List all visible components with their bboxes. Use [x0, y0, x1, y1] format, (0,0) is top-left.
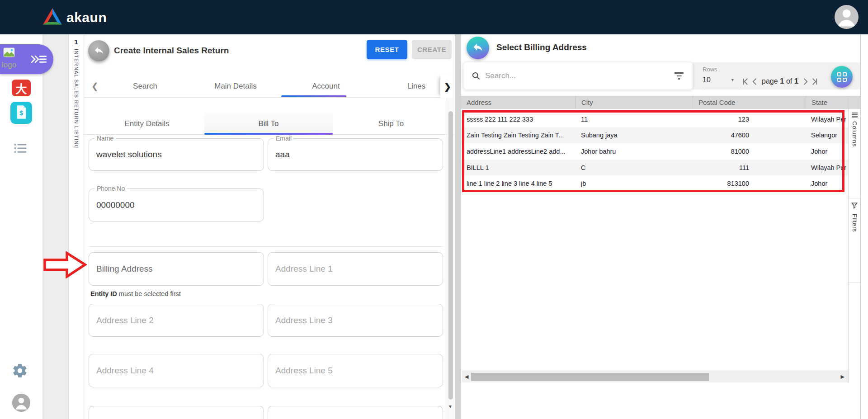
broken-image-icon	[3, 47, 15, 59]
subtab-bill-to[interactable]: Bill To	[204, 113, 333, 135]
sidebar-app-red[interactable]: 大	[12, 80, 31, 96]
red-app-glyph: 大	[15, 80, 27, 96]
address-line2-field[interactable]: Address Line 2	[89, 304, 264, 337]
name-field[interactable]: Name wavelet solutions	[89, 138, 264, 171]
back-button-right[interactable]	[467, 37, 489, 59]
horizontal-scrollbar[interactable]: ◀ ▶	[462, 371, 848, 382]
columns-vertical-tab[interactable]: Columns	[849, 109, 860, 198]
scrollbar-thumb[interactable]	[448, 111, 453, 400]
filter-icon[interactable]	[675, 72, 684, 80]
table-row[interactable]: line 1 line 2 line 3 line 4 line 5jb8131…	[461, 175, 849, 192]
document-dollar-icon: $	[14, 104, 28, 122]
address-line4-field[interactable]: Address Line 4	[89, 354, 264, 387]
address-line1-placeholder: Address Line 1	[275, 264, 333, 274]
name-label: Name	[94, 135, 116, 142]
column-header-address[interactable]: Address	[461, 96, 576, 109]
akaun-logo-icon	[43, 8, 62, 28]
create-return-panel: Create Internal Sales Return RESET CREAT…	[84, 34, 455, 419]
rows-label: Rows	[703, 66, 717, 73]
sidebar-profile-icon[interactable]	[12, 394, 30, 412]
address-line3-field[interactable]: Address Line 3	[268, 304, 443, 337]
name-value: wavelet solutions	[96, 150, 162, 160]
search-input[interactable]	[485, 71, 675, 80]
cell-city: 11	[576, 116, 693, 123]
cell-state: Selangor	[806, 132, 849, 139]
table-row[interactable]: addressLine1 addressLine2 add...Johor ba…	[461, 143, 849, 160]
cell-address: line 1 line 2 line 3 line 4 line 5	[461, 180, 576, 187]
grid-view-button[interactable]	[831, 66, 853, 88]
address-line3-placeholder: Address Line 3	[275, 315, 333, 325]
reset-button[interactable]: RESET	[367, 40, 407, 59]
first-page-icon[interactable]	[741, 78, 749, 85]
address-line5-field[interactable]: Address Line 5	[268, 354, 443, 387]
listing-menu-icon[interactable]	[14, 143, 28, 155]
create-button[interactable]: CREATE	[412, 40, 452, 59]
back-button-left[interactable]	[88, 40, 109, 61]
dialog-title: Select Billing Address	[496, 42, 587, 52]
tabs-scroll-right-icon[interactable]: ❯	[440, 75, 455, 98]
scroll-right-icon[interactable]: ▶	[841, 374, 844, 380]
cell-postal: 111	[693, 164, 806, 171]
tab-main-details[interactable]: Main Details	[190, 75, 281, 98]
address-table-body: sssss 222 111 222 33311123Wilayah PerZai…	[461, 111, 849, 192]
email-field[interactable]: Email aaa	[268, 138, 443, 171]
prev-page-icon[interactable]	[751, 78, 758, 85]
address-line4-placeholder: Address Line 4	[96, 366, 154, 376]
cell-address: Zain Testing Zain Testing Zain T...	[461, 132, 576, 139]
cell-address: sssss 222 111 222 333	[461, 116, 576, 123]
table-header: Address City Postal Code State	[461, 96, 849, 109]
user-avatar[interactable]	[835, 5, 859, 29]
rows-select-underline	[703, 87, 739, 87]
org-logo-text: logo	[2, 61, 16, 70]
search-bar	[463, 62, 693, 89]
section-divider	[89, 246, 443, 247]
scroll-left-icon[interactable]: ◀	[465, 374, 468, 380]
tab-search[interactable]: Search	[100, 75, 190, 98]
table-row[interactable]: sssss 222 111 222 33311123Wilayah Per	[461, 111, 849, 127]
next-page-icon[interactable]	[802, 78, 809, 85]
subtab-ship-to[interactable]: Ship To	[333, 113, 449, 135]
of-word: of	[786, 77, 792, 85]
tab-account[interactable]: Account	[281, 75, 371, 98]
settings-gear-icon[interactable]	[12, 363, 28, 381]
last-page-icon[interactable]	[811, 78, 819, 85]
sidebar-toggle-icon[interactable]	[31, 54, 47, 66]
brand[interactable]: akaun	[43, 8, 107, 28]
window-scroll-gutter[interactable]	[860, 34, 868, 419]
columns-icon	[852, 113, 858, 118]
table-row[interactable]: Zain Testing Zain Testing Zain T...Suban…	[461, 127, 849, 144]
cell-city: jb	[576, 180, 693, 187]
phone-field[interactable]: Phone No 00000000	[89, 188, 264, 221]
email-value: aaa	[275, 150, 290, 160]
email-label: Email	[274, 135, 294, 142]
phone-value: 00000000	[96, 200, 135, 210]
column-header-postal[interactable]: Postal Code	[693, 96, 806, 109]
top-navbar: akaun	[0, 0, 868, 34]
scroll-down-icon[interactable]: ▼	[448, 404, 453, 409]
rows-value[interactable]: 10	[703, 76, 717, 84]
address-line1-field[interactable]: Address Line 1	[268, 252, 443, 286]
back-icon	[94, 45, 104, 57]
panel-gap	[455, 34, 461, 419]
grid-view-icon	[837, 72, 847, 82]
brand-name: akaun	[66, 10, 107, 25]
partial-field-right[interactable]	[268, 406, 443, 419]
column-header-city[interactable]: City	[576, 96, 693, 109]
listing-count: 1	[69, 38, 84, 46]
column-header-state[interactable]: State	[806, 96, 849, 109]
address-line5-placeholder: Address Line 5	[275, 366, 333, 376]
app-root: akaun 大 $	[0, 0, 868, 419]
dropdown-arrow-icon[interactable]: ▼	[731, 78, 735, 82]
org-logo-pill[interactable]: logo	[0, 44, 53, 74]
partial-field-left[interactable]	[89, 406, 264, 419]
billing-address-field[interactable]: Billing Address	[89, 252, 264, 286]
sidebar-app-billing[interactable]: $	[10, 102, 32, 124]
page-word: page	[762, 77, 778, 85]
table-row[interactable]: BILLL 1C111Wilayah Per	[461, 160, 849, 176]
select-billing-address-panel: Select Billing Address Rows 10 ▼	[461, 34, 860, 419]
filters-vertical-tab[interactable]: Filters	[849, 199, 860, 283]
subtab-entity-details[interactable]: Entity Details	[90, 113, 204, 135]
left-panel-scrollbar[interactable]: ▼	[447, 98, 454, 419]
hscroll-thumb[interactable]	[471, 373, 709, 381]
rows-per-page: Rows 10 ▼	[703, 66, 717, 84]
